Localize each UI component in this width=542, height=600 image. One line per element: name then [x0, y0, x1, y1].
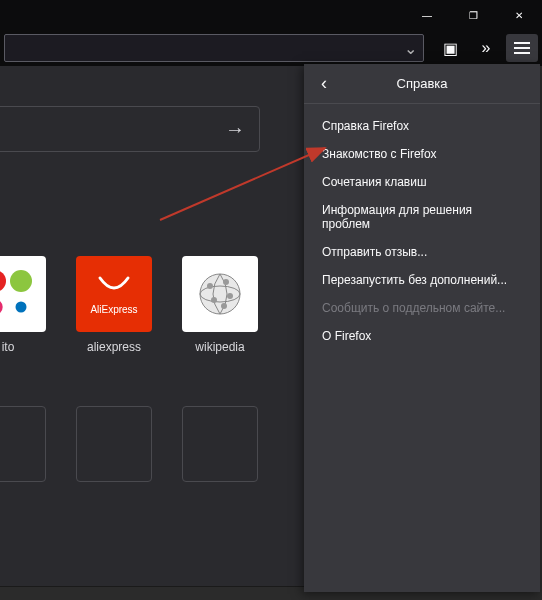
- app-menu-button[interactable]: [506, 34, 538, 62]
- menu-back-button[interactable]: ‹: [304, 64, 344, 103]
- chevron-left-icon: ‹: [321, 73, 327, 94]
- menu-item-shortcuts[interactable]: Сочетания клавиш: [304, 168, 540, 196]
- close-button[interactable]: ✕: [496, 0, 542, 30]
- svg-rect-2: [514, 52, 530, 54]
- aliexpress-text: AliExpress: [90, 304, 137, 315]
- empty-tile[interactable]: [182, 406, 258, 482]
- tile-label: aliexpress: [87, 340, 141, 354]
- top-sites-row-2: [0, 406, 258, 482]
- menu-item-help[interactable]: Справка Firefox: [304, 112, 540, 140]
- svg-point-3: [200, 274, 240, 314]
- hamburger-icon: [514, 41, 530, 55]
- page-action-button[interactable]: ▣: [434, 34, 466, 62]
- svg-point-8: [211, 297, 217, 303]
- menu-item-feedback[interactable]: Отправить отзыв...: [304, 238, 540, 266]
- window-titlebar: — ❐ ✕: [0, 0, 542, 30]
- close-icon: ✕: [515, 10, 523, 21]
- menu-item-troubleshooting[interactable]: Информация для решения проблем: [304, 196, 540, 238]
- menu-item-restart-noaddons[interactable]: Перезапустить без дополнений...: [304, 266, 540, 294]
- aliexpress-tile-icon: AliExpress: [76, 256, 152, 332]
- wikipedia-tile-icon: [182, 256, 258, 332]
- wikipedia-globe-icon: [196, 270, 244, 318]
- svg-point-5: [207, 283, 213, 289]
- minimize-button[interactable]: —: [404, 0, 450, 30]
- avito-tile-icon: [0, 256, 46, 332]
- tile-label: ito: [2, 340, 15, 354]
- maximize-button[interactable]: ❐: [450, 0, 496, 30]
- top-site-wikipedia[interactable]: wikipedia: [182, 256, 258, 354]
- menu-header: ‹ Справка: [304, 64, 540, 104]
- help-menu-panel: ‹ Справка Справка Firefox Знакомство с F…: [304, 64, 540, 592]
- menu-item-report-site: Сообщить о поддельном сайте...: [304, 294, 540, 322]
- maximize-icon: ❐: [469, 10, 478, 21]
- chevron-down-icon[interactable]: ⌄: [404, 39, 417, 58]
- menu-item-tour[interactable]: Знакомство с Firefox: [304, 140, 540, 168]
- empty-tile[interactable]: [76, 406, 152, 482]
- pocket-icon: ▣: [443, 39, 458, 58]
- svg-point-7: [227, 293, 233, 299]
- overflow-button[interactable]: »: [470, 34, 502, 62]
- search-go-icon[interactable]: →: [225, 118, 245, 141]
- aliexpress-smile-icon: [96, 274, 132, 300]
- minimize-icon: —: [422, 10, 432, 21]
- menu-item-about[interactable]: О Firefox: [304, 322, 540, 350]
- svg-rect-1: [514, 47, 530, 49]
- top-sites-row: ito AliExpress aliexpress: [0, 256, 258, 354]
- top-site-avito[interactable]: ito: [0, 256, 46, 354]
- overflow-icon: »: [482, 39, 491, 57]
- svg-point-6: [223, 279, 229, 285]
- svg-rect-0: [514, 42, 530, 44]
- search-box[interactable]: →: [0, 106, 260, 152]
- svg-point-9: [221, 303, 227, 309]
- top-site-aliexpress[interactable]: AliExpress aliexpress: [76, 256, 152, 354]
- menu-items: Справка Firefox Знакомство с Firefox Соч…: [304, 104, 540, 358]
- browser-toolbar: ⌄ ▣ »: [0, 30, 542, 66]
- tile-label: wikipedia: [195, 340, 244, 354]
- empty-tile[interactable]: [0, 406, 46, 482]
- url-bar[interactable]: ⌄: [4, 34, 424, 62]
